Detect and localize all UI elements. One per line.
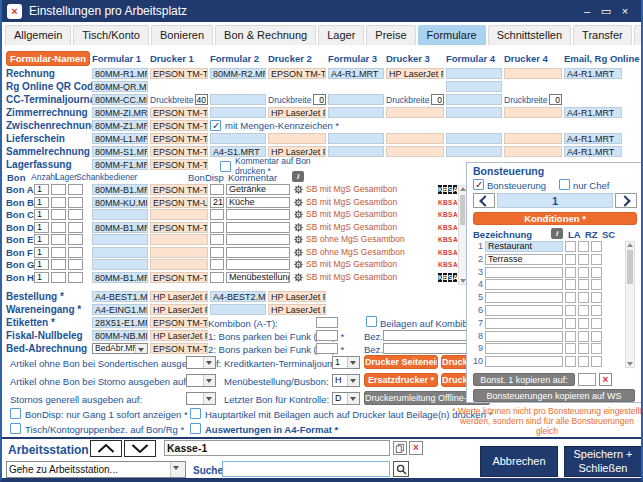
bon-schankbediener-input[interactable] bbox=[68, 184, 83, 195]
kbsa-letter[interactable]: B bbox=[443, 185, 447, 194]
bon-kommentar-input[interactable] bbox=[226, 259, 290, 270]
sc-checkbox[interactable] bbox=[591, 356, 602, 367]
bon-kbsa-toggle[interactable]: KBSA bbox=[438, 259, 458, 270]
bon-formular-field[interactable]: 80MM-B1.MRT bbox=[92, 272, 148, 283]
bed-abrechnung-combobox[interactable]: BedAbr.MRT bbox=[92, 343, 148, 354]
kbsa-letter[interactable]: K bbox=[438, 223, 442, 232]
bon-schankbediener-input[interactable] bbox=[68, 222, 83, 233]
kbsa-letter[interactable]: B bbox=[443, 273, 447, 282]
tab[interactable]: Allgemein bbox=[5, 25, 71, 45]
bon-schankbediener-input[interactable] bbox=[68, 209, 83, 220]
bezeichnung-input[interactable] bbox=[485, 331, 563, 342]
bezeichnung-input[interactable] bbox=[485, 318, 563, 329]
drucker-field[interactable]: HP LaserJet Profes bbox=[386, 68, 444, 79]
beilagen-kombibon-checkbox[interactable] bbox=[366, 316, 377, 327]
bezeichnung-input[interactable] bbox=[485, 343, 563, 354]
formular-field[interactable] bbox=[446, 94, 502, 105]
kbsa-letter[interactable]: A bbox=[453, 260, 457, 269]
bon-lager-input[interactable] bbox=[51, 272, 66, 283]
maximize-button[interactable]: ▭ bbox=[598, 5, 614, 18]
formular-field[interactable]: 80MM-CC.MRT bbox=[92, 94, 148, 105]
bon-anzahl-input[interactable]: 1 bbox=[34, 197, 49, 208]
formular-field[interactable] bbox=[446, 107, 502, 118]
bon-drucker-field[interactable]: EPSON TM-T88V F bbox=[150, 272, 208, 283]
bonst-kopieren-x-button[interactable]: × bbox=[599, 373, 612, 386]
mengen-kennzeichen-checkbox[interactable] bbox=[210, 120, 221, 131]
kbsa-letter[interactable]: A bbox=[453, 210, 457, 219]
drucker-field[interactable] bbox=[504, 68, 562, 79]
delete-station-button[interactable]: × bbox=[409, 441, 423, 455]
druckbreite-input[interactable]: 0 bbox=[313, 94, 326, 105]
kreditkarten-dropdown[interactable]: 1 bbox=[332, 356, 360, 369]
kbsa-letter[interactable]: S bbox=[448, 248, 452, 257]
tisch-kontogruppen-checkbox[interactable] bbox=[10, 423, 21, 434]
chevron-down-icon[interactable] bbox=[203, 357, 215, 368]
menue-dropdown[interactable]: H bbox=[332, 374, 360, 387]
gear-icon[interactable] bbox=[292, 234, 304, 245]
sc-checkbox[interactable] bbox=[591, 343, 602, 354]
rz-checkbox[interactable] bbox=[578, 267, 589, 278]
formular-field[interactable]: A4-EING1.MRT bbox=[92, 304, 148, 315]
bon-anzahl-input[interactable]: 1 bbox=[34, 222, 49, 233]
stornos-dropdown[interactable] bbox=[186, 392, 216, 405]
drucker-field[interactable]: EPSON TM-T88V F bbox=[150, 133, 208, 144]
drucker-field[interactable]: EPSON TM-T88V F bbox=[150, 159, 208, 170]
kbsa-letter[interactable]: S bbox=[448, 198, 452, 207]
formular-field[interactable]: 80MM-L1.MRT bbox=[92, 133, 148, 144]
tab[interactable]: COM-Einstellungen bbox=[634, 25, 643, 45]
rz-checkbox[interactable] bbox=[578, 343, 589, 354]
bon-kbsa-toggle[interactable]: KBSA bbox=[438, 222, 458, 233]
kbsa-letter[interactable]: S bbox=[448, 235, 452, 244]
ersatzdrucker-button[interactable]: Ersatzdrucker * bbox=[364, 373, 438, 387]
drucker-field[interactable] bbox=[504, 133, 562, 144]
bon-bondisp-input[interactable] bbox=[210, 184, 224, 195]
bon-lager-input[interactable] bbox=[51, 222, 66, 233]
formular-field[interactable] bbox=[328, 94, 384, 105]
kbsa-letter[interactable]: S bbox=[448, 185, 452, 194]
tab[interactable]: Schnittstellen bbox=[488, 25, 571, 45]
bon-schankbediener-input[interactable] bbox=[68, 197, 83, 208]
gear-icon[interactable] bbox=[292, 247, 304, 258]
bon-kommentar-input[interactable] bbox=[226, 209, 290, 220]
tab[interactable]: Lager bbox=[318, 25, 364, 45]
bon-bondisp-input[interactable] bbox=[210, 222, 224, 233]
bon-drucker-field[interactable]: EPSON TM-U230 F bbox=[150, 197, 208, 208]
bon-sb-mode-label[interactable]: SB ohne MgS Gesamtbon bbox=[306, 234, 436, 245]
drucker-field[interactable]: EPSON TM-T88V F bbox=[150, 343, 208, 354]
bon-sb-mode-label[interactable]: SB mit MgS Gesamtbon bbox=[306, 272, 436, 283]
nur-chef-checkbox[interactable] bbox=[559, 179, 570, 190]
bon-drucker-field[interactable] bbox=[150, 209, 208, 220]
kbsa-letter[interactable]: B bbox=[443, 198, 447, 207]
kbsa-letter[interactable]: S bbox=[448, 210, 452, 219]
formular-field[interactable] bbox=[328, 146, 384, 157]
sc-checkbox[interactable] bbox=[591, 305, 602, 316]
letzter-bon-dropdown[interactable]: D bbox=[332, 392, 360, 405]
sc-checkbox[interactable] bbox=[591, 331, 602, 342]
drucker-field[interactable] bbox=[504, 107, 562, 118]
search-button[interactable] bbox=[393, 461, 409, 477]
bon-sb-mode-label[interactable]: SB mit MgS Gesamtbon bbox=[306, 184, 436, 195]
rz-checkbox[interactable] bbox=[578, 305, 589, 316]
bon-drucker-field[interactable]: EPSON TM-T88V F bbox=[150, 184, 208, 195]
bon-kommentar-input[interactable]: Küche bbox=[226, 197, 290, 208]
bon-kbsa-toggle[interactable]: KBSA bbox=[438, 272, 458, 283]
chevron-down-icon[interactable] bbox=[135, 344, 147, 353]
gear-icon[interactable] bbox=[292, 197, 304, 208]
bon-lager-input[interactable] bbox=[51, 247, 66, 258]
konditionen-button[interactable]: Konditionen * bbox=[473, 212, 637, 225]
drucker-field[interactable]: EPSON TM-T88V F bbox=[268, 68, 326, 79]
formular-field[interactable] bbox=[328, 107, 384, 118]
hauptartikel-checkbox[interactable] bbox=[190, 408, 201, 419]
bon-sb-mode-label[interactable]: SB mit MgS Gesamtbon bbox=[306, 197, 436, 208]
formular-field[interactable]: 80MM-S1.MRT bbox=[92, 146, 148, 157]
bonsteuerung-scrollbar[interactable] bbox=[625, 241, 635, 368]
formular-field[interactable]: 80MM-R1.MRT bbox=[92, 68, 148, 79]
formular-field[interactable] bbox=[328, 133, 384, 144]
bonst-kopieren-input[interactable] bbox=[578, 373, 596, 386]
sc-checkbox[interactable] bbox=[591, 241, 602, 252]
bon-formular-field[interactable] bbox=[92, 234, 148, 245]
bon-schankbediener-input[interactable] bbox=[68, 272, 83, 283]
kbsa-letter[interactable]: A bbox=[453, 185, 457, 194]
bezeichnung-input[interactable] bbox=[485, 292, 563, 303]
chevron-down-icon[interactable] bbox=[203, 375, 215, 386]
